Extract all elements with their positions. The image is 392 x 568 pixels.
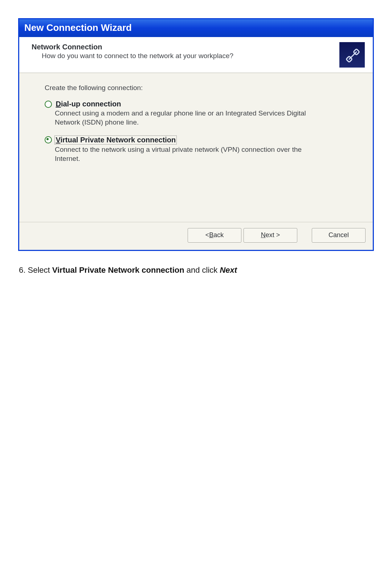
option-vpn: Virtual Private Network connection Conne… xyxy=(45,135,365,163)
window-title: New Connection Wizard xyxy=(24,22,132,33)
titlebar: New Connection Wizard xyxy=(19,19,373,37)
option-dialup-label[interactable]: Dial-up connection xyxy=(56,100,121,108)
page-title: Network Connection xyxy=(32,43,339,51)
back-button[interactable]: < Back xyxy=(188,228,241,243)
option-vpn-label[interactable]: Virtual Private Network connection xyxy=(54,135,177,145)
next-button[interactable]: Next > xyxy=(244,228,297,243)
option-dialup-desc: Connect using a modem and a regular phon… xyxy=(55,109,323,127)
option-dialup: Dial-up connection Connect using a modem… xyxy=(45,100,365,127)
instruction-text: 6. Select Virtual Private Network connec… xyxy=(18,265,374,275)
wizard-window: New Connection Wizard Network Connection… xyxy=(18,18,374,251)
wizard-header: Network Connection How do you want to co… xyxy=(19,37,373,73)
connection-icon xyxy=(339,42,365,68)
wizard-body: Create the following connection: Dial-up… xyxy=(19,73,373,222)
wizard-footer: < Back Next > Cancel xyxy=(19,222,373,250)
page-subtitle: How do you want to connect to the networ… xyxy=(32,52,339,60)
prompt-text: Create the following connection: xyxy=(45,84,365,92)
option-vpn-desc: Connect to the network using a virtual p… xyxy=(55,145,323,163)
radio-vpn[interactable] xyxy=(45,136,52,143)
radio-dialup[interactable] xyxy=(45,101,52,108)
cancel-button[interactable]: Cancel xyxy=(312,228,366,243)
